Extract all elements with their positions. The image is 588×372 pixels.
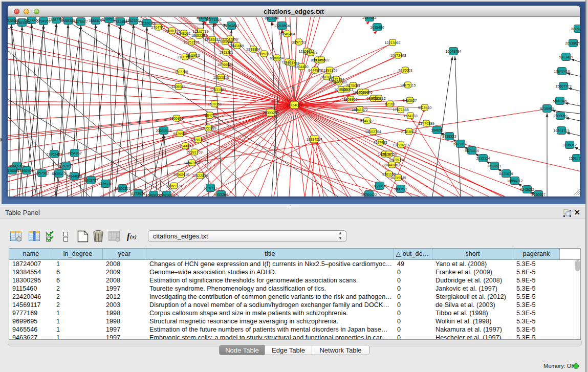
svg-text:14844068: 14844068 (66, 174, 82, 178)
svg-text:9926988: 9926988 (173, 132, 187, 136)
svg-text:15607773: 15607773 (555, 84, 571, 88)
svg-text:13770213: 13770213 (393, 143, 408, 147)
svg-text:22991709: 22991709 (186, 150, 202, 154)
svg-text:15027615: 15027615 (569, 157, 580, 160)
svg-text:3883521: 3883521 (394, 187, 407, 191)
svg-text:13770889: 13770889 (418, 122, 434, 125)
svg-text:3957763: 3957763 (292, 40, 306, 44)
svg-text:13125154: 13125154 (328, 78, 344, 81)
svg-text:1015480: 1015480 (370, 26, 384, 29)
svg-text:18271246: 18271246 (205, 18, 221, 21)
svg-text:3261812: 3261812 (372, 97, 385, 100)
svg-text:3507788: 3507788 (174, 70, 188, 74)
svg-text:6987346: 6987346 (553, 99, 567, 103)
svg-text:2838804: 2838804 (246, 48, 260, 51)
svg-text:4097483: 4097483 (373, 141, 387, 144)
svg-text:14362847: 14362847 (223, 24, 239, 28)
svg-text:12169133: 12169133 (139, 21, 155, 25)
svg-text:8157637: 8157637 (59, 164, 73, 168)
svg-text:17671688: 17671688 (393, 108, 408, 112)
svg-text:22622846: 22622846 (192, 174, 208, 178)
svg-text:7254967: 7254967 (68, 151, 81, 155)
svg-text:11516888: 11516888 (9, 164, 25, 168)
svg-text:21801575: 21801575 (177, 55, 193, 59)
svg-text:16874715: 16874715 (553, 129, 569, 133)
svg-text:16766659: 16766659 (217, 63, 233, 67)
svg-text:8658385: 8658385 (61, 19, 75, 23)
svg-text:9245652: 9245652 (520, 188, 534, 191)
svg-text:12975115: 12975115 (400, 83, 416, 87)
svg-text:19300251: 19300251 (114, 187, 130, 190)
svg-text:13647828: 13647828 (222, 37, 238, 41)
svg-text:6156586: 6156586 (8, 169, 19, 172)
svg-text:22390727: 22390727 (190, 138, 206, 142)
svg-text:9761162: 9761162 (382, 172, 396, 176)
svg-text:5755233: 5755233 (257, 52, 271, 56)
svg-text:9909902: 9909902 (343, 98, 357, 101)
svg-text:9048631: 9048631 (177, 32, 190, 35)
svg-text:18300295: 18300295 (263, 111, 278, 115)
svg-text:10647416: 10647416 (554, 70, 570, 73)
svg-text:1120777: 1120777 (204, 186, 217, 190)
svg-text:9474444: 9474444 (465, 149, 478, 152)
svg-text:21318912: 21318912 (401, 130, 417, 134)
svg-text:18724007: 18724007 (286, 103, 302, 107)
svg-text:13369124: 13369124 (166, 184, 182, 188)
svg-text:5764771: 5764771 (151, 26, 165, 29)
svg-text:21962483: 21962483 (46, 152, 62, 156)
svg-text:16648784: 16648784 (445, 50, 461, 53)
svg-text:20968910: 20968910 (173, 173, 189, 177)
svg-text:9772139: 9772139 (373, 184, 386, 188)
svg-text:14947064: 14947064 (184, 161, 200, 165)
svg-text:19102704: 19102704 (365, 130, 381, 134)
svg-text:8444878: 8444878 (308, 69, 322, 72)
svg-text:20440863: 20440863 (384, 163, 400, 167)
svg-text:5232574: 5232574 (303, 51, 317, 55)
svg-text:20053346: 20053346 (156, 129, 171, 133)
svg-text:7507053: 7507053 (207, 102, 221, 106)
svg-text:7435228: 7435228 (98, 182, 112, 186)
svg-text:19384554: 19384554 (306, 138, 322, 141)
svg-text:9463627: 9463627 (403, 99, 417, 102)
svg-text:13218506: 13218506 (274, 24, 290, 28)
svg-text:18682231: 18682231 (191, 34, 207, 37)
svg-text:8938923: 8938923 (442, 135, 456, 138)
svg-text:6373676: 6373676 (131, 192, 145, 195)
svg-text:12147739: 12147739 (192, 30, 208, 33)
svg-text:7575034: 7575034 (346, 84, 360, 87)
svg-text:16219045: 16219045 (390, 176, 406, 180)
svg-text:10654112: 10654112 (507, 179, 523, 183)
svg-text:9553266: 9553266 (214, 193, 228, 196)
svg-text:8809210: 8809210 (571, 27, 580, 31)
svg-text:20648484: 20648484 (279, 32, 295, 36)
svg-text:8939323: 8939323 (52, 172, 66, 176)
svg-text:(x): (x) (130, 233, 137, 240)
svg-text:19251595: 19251595 (183, 40, 199, 44)
svg-text:164095: 164095 (431, 128, 443, 132)
svg-text:7632621: 7632621 (487, 164, 501, 168)
svg-text:20938079: 20938079 (565, 41, 580, 45)
svg-text:12431582: 12431582 (210, 88, 226, 92)
svg-text:5313419: 5313419 (559, 55, 573, 59)
svg-text:2935114: 2935114 (476, 157, 490, 160)
svg-text:21344873: 21344873 (177, 144, 193, 148)
svg-text:1913201: 1913201 (219, 51, 233, 54)
svg-text:2087682: 2087682 (362, 17, 376, 19)
svg-text:21745502: 21745502 (313, 58, 329, 62)
svg-text:6781782: 6781782 (285, 61, 299, 65)
svg-text:6564400: 6564400 (294, 65, 308, 69)
svg-text:3930557: 3930557 (531, 193, 545, 196)
svg-text:6105384: 6105384 (171, 85, 185, 89)
svg-text:10973493: 10973493 (390, 54, 406, 57)
svg-text:6879197: 6879197 (453, 142, 467, 146)
svg-text:16420880: 16420880 (159, 193, 175, 197)
svg-text:7485003: 7485003 (398, 69, 412, 72)
svg-text:8813054: 8813054 (265, 17, 278, 20)
svg-text:5603707: 5603707 (84, 179, 98, 182)
svg-text:21960389: 21960389 (200, 126, 216, 130)
svg-text:8215955: 8215955 (540, 107, 554, 111)
svg-text:7684700: 7684700 (203, 114, 216, 117)
svg-text:7356011: 7356011 (340, 87, 354, 91)
svg-text:11891859: 11891859 (322, 69, 338, 72)
svg-text:2989099: 2989099 (553, 114, 567, 118)
